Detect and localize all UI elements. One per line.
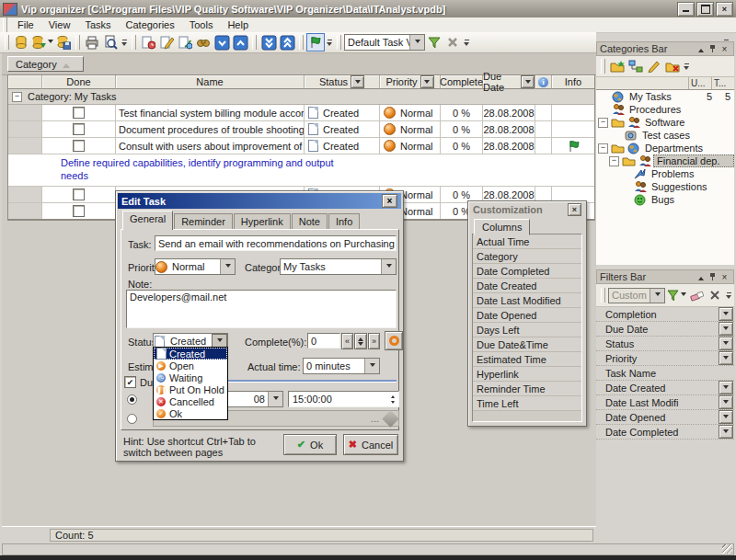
filter-dropdown-button[interactable] — [719, 410, 733, 424]
filter-dropdown-button[interactable] — [719, 425, 733, 439]
column-item[interactable]: Hyperlink — [473, 367, 581, 382]
header-priority[interactable]: Priority — [380, 75, 441, 89]
apply-view-filter-button[interactable] — [425, 33, 443, 51]
done-cell[interactable] — [42, 203, 116, 219]
filter-row-status[interactable]: Status — [596, 337, 734, 351]
edit-category-button[interactable] — [645, 57, 663, 75]
tree-item-my-tasks[interactable]: My Tasks 5 5 — [596, 90, 734, 103]
category-dropdown-icon[interactable] — [381, 259, 396, 274]
name-cell[interactable]: Consult with users about improvement of … — [116, 138, 305, 154]
done-checkbox[interactable] — [73, 189, 85, 200]
filter-dropdown-button[interactable] — [719, 337, 733, 350]
tree-item-bugs[interactable]: Bugs — [596, 193, 734, 206]
due-date-radio[interactable] — [127, 394, 137, 405]
print-button[interactable] — [83, 33, 101, 51]
priority-combo[interactable]: Normal — [155, 258, 236, 275]
task-view-combo[interactable]: Default Task V — [344, 34, 425, 51]
complete-task-button[interactable] — [176, 33, 194, 51]
filter-row-completion[interactable]: Completion — [596, 307, 734, 322]
done-cell[interactable] — [42, 121, 116, 137]
menu-view[interactable]: View — [41, 18, 78, 31]
done-checkbox[interactable] — [73, 205, 85, 217]
categories-close-button[interactable]: × — [719, 43, 730, 54]
complete-input[interactable]: 0 — [307, 333, 340, 349]
status-cell[interactable]: Created — [305, 138, 380, 154]
filters-collapse-button[interactable] — [695, 271, 707, 282]
tree-item-suggestions[interactable]: Suggestions — [596, 180, 734, 193]
header-info[interactable]: Info — [552, 75, 594, 89]
close-button[interactable]: × — [716, 2, 733, 17]
dialog-close-button[interactable]: × — [382, 194, 397, 208]
print-preview-button[interactable] — [101, 33, 120, 51]
edit-task-button[interactable] — [157, 33, 176, 51]
new-subcategory-button[interactable] — [627, 57, 645, 75]
move-bottom-button[interactable] — [259, 33, 278, 51]
move-up-button[interactable] — [231, 33, 249, 51]
filter-preset-combo[interactable]: Custom — [608, 288, 665, 303]
status-option-put-on-hold[interactable]: ❚❚ Put On Hold — [154, 383, 227, 395]
done-checkbox[interactable] — [73, 140, 85, 152]
menu-tools[interactable]: Tools — [182, 18, 221, 31]
due-time-input[interactable]: 15:00:00 — [288, 391, 399, 407]
status-option-ok[interactable]: ✓ Ok — [154, 407, 227, 419]
status-option-cancelled[interactable]: ✕ Cancelled — [154, 395, 227, 407]
task-row[interactable]: Consult with users about improvement of … — [8, 138, 594, 154]
priority-cell[interactable]: Normal — [380, 105, 441, 120]
clear-filter-button[interactable] — [687, 286, 706, 304]
clear-view-button[interactable] — [443, 33, 462, 51]
done-checkbox[interactable] — [73, 123, 85, 135]
due-date-cell[interactable]: 28.08.2008 — [483, 138, 535, 154]
collapse-group-icon[interactable]: − — [12, 92, 22, 102]
collapse-icon[interactable]: − — [609, 156, 619, 166]
tree-item-procedures[interactable]: Procedures — [596, 103, 734, 116]
filter-row-date-last-modified[interactable]: Date Last Modifi — [596, 395, 734, 410]
priority-cell[interactable]: Normal — [380, 121, 441, 137]
task-row[interactable]: Document procedures of trouble shooting … — [8, 121, 594, 138]
due-date-filter-button[interactable] — [521, 75, 535, 88]
collapse-icon[interactable]: − — [598, 118, 608, 128]
header-complete[interactable]: Complete — [441, 75, 483, 89]
tab-general[interactable]: General — [122, 211, 173, 230]
column-item[interactable]: Reminder Time — [473, 382, 581, 396]
done-cell[interactable] — [42, 138, 116, 154]
complete-min-button[interactable]: « — [341, 333, 353, 349]
customization-close-button[interactable]: × — [568, 203, 581, 216]
resize-grip[interactable] — [722, 544, 732, 554]
column-item[interactable]: Date Last Modified — [473, 293, 581, 308]
total-column-header[interactable]: T... — [711, 77, 734, 89]
filters-pin-button[interactable] — [707, 271, 719, 282]
header-status[interactable]: Status — [305, 75, 380, 89]
delete-category-button[interactable] — [663, 57, 682, 75]
task-row[interactable]: Test financial system billing module acc… — [8, 105, 594, 121]
name-cell[interactable]: Document procedures of trouble shooting … — [116, 121, 305, 137]
maximize-button[interactable] — [696, 2, 714, 17]
complete-cell[interactable]: 0 % — [441, 105, 483, 120]
column-item[interactable]: Time Left — [473, 396, 581, 411]
find-task-button[interactable] — [194, 33, 213, 51]
categories-collapse-button[interactable] — [695, 43, 707, 54]
header-done[interactable]: Done — [42, 75, 116, 89]
done-cell[interactable] — [42, 105, 116, 120]
categories-toolbar-overflow[interactable] — [682, 58, 691, 74]
filter-row-date-created[interactable]: Date Created — [596, 381, 734, 395]
actual-time-dropdown-icon[interactable] — [364, 359, 379, 373]
filters-close-button[interactable]: × — [719, 271, 730, 282]
status-filter-button[interactable] — [351, 75, 364, 88]
filter-row-date-completed[interactable]: Date Completed — [596, 425, 734, 440]
filter-dropdown-button[interactable] — [719, 395, 733, 409]
due-checkbox[interactable]: ✔ — [124, 376, 136, 388]
tree-item-departments[interactable]: − Departments — [596, 142, 734, 154]
delete-filter-button[interactable] — [706, 286, 724, 304]
filter-dropdown-button[interactable] — [719, 322, 733, 336]
category-combo[interactable]: My Tasks — [280, 258, 397, 275]
apply-filter-button[interactable] — [665, 286, 687, 304]
save-database-button[interactable] — [54, 33, 73, 51]
task-name-input[interactable]: Send an email with recommendations on Pu… — [155, 235, 397, 251]
due-date-dropdown-icon[interactable] — [268, 392, 282, 406]
status-cell[interactable]: Created — [305, 105, 380, 120]
header-due-date[interactable]: Due Date — [483, 75, 535, 89]
filter-row-priority[interactable]: Priority — [596, 351, 734, 366]
tab-reminder[interactable]: Reminder — [174, 213, 233, 230]
name-cell[interactable]: Test financial system billing module acc… — [116, 105, 305, 120]
uncompleted-column-header[interactable]: U... — [688, 77, 711, 89]
